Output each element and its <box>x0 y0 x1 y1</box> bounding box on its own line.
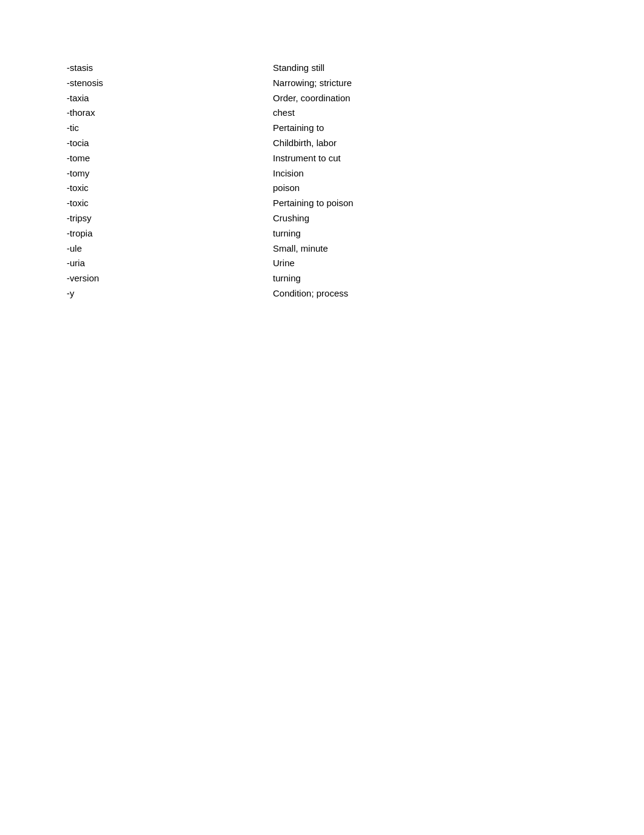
suffix-column: -stasis-stenosis-taxia-thorax-tic-tocia-… <box>67 61 273 301</box>
suffix-item: -tropia <box>67 226 273 241</box>
suffix-item: -tomy <box>67 166 273 181</box>
suffix-item: -tocia <box>67 136 273 151</box>
definition-item: Small, minute <box>273 241 515 257</box>
suffix-item: -y <box>67 286 273 301</box>
suffix-item: -thorax <box>67 106 273 121</box>
definition-item: Pertaining to poison <box>273 196 515 211</box>
suffix-item: -toxic <box>67 181 273 196</box>
suffix-item: -tripsy <box>67 211 273 226</box>
main-content: -stasis-stenosis-taxia-thorax-tic-tocia-… <box>0 0 644 301</box>
suffix-item: -taxia <box>67 91 273 106</box>
definition-item: Instrument to cut <box>273 151 515 166</box>
suffix-item: -tic <box>67 121 273 136</box>
definition-item: chest <box>273 106 515 121</box>
definition-item: Narrowing; stricture <box>273 76 515 91</box>
definition-item: turning <box>273 271 515 286</box>
suffix-item: -ule <box>67 241 273 257</box>
suffix-item: -uria <box>67 256 273 271</box>
suffix-item: -toxic <box>67 196 273 211</box>
definition-item: turning <box>273 226 515 241</box>
definition-column: Standing stillNarrowing; strictureOrder,… <box>273 61 515 301</box>
suffix-item: -stenosis <box>67 76 273 91</box>
suffix-item: -version <box>67 271 273 286</box>
suffix-item: -tome <box>67 151 273 166</box>
definition-item: Crushing <box>273 211 515 226</box>
terms-table: -stasis-stenosis-taxia-thorax-tic-tocia-… <box>67 61 644 301</box>
definition-item: Pertaining to <box>273 121 515 136</box>
definition-item: Condition; process <box>273 286 515 301</box>
definition-item: Incision <box>273 166 515 181</box>
definition-item: poison <box>273 181 515 196</box>
definition-item: Urine <box>273 256 515 271</box>
suffix-item: -stasis <box>67 61 273 76</box>
definition-item: Order, coordination <box>273 91 515 106</box>
definition-item: Childbirth, labor <box>273 136 515 151</box>
definition-item: Standing still <box>273 61 515 76</box>
